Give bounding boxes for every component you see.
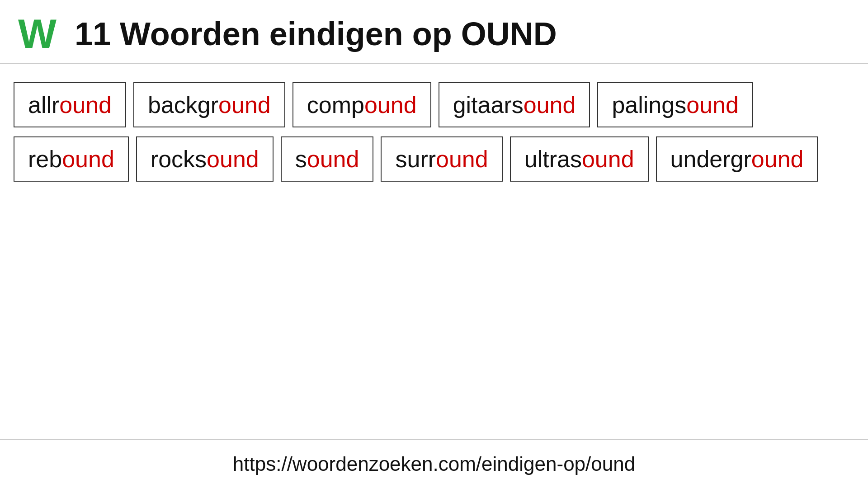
word-prefix: reb bbox=[28, 145, 62, 173]
word-prefix: ultras bbox=[524, 145, 582, 173]
word-box-0-0: allround bbox=[14, 82, 126, 127]
word-suffix: ound bbox=[686, 91, 739, 118]
word-box-1-3: surround bbox=[381, 136, 502, 182]
word-box-0-3: gitaarsound bbox=[439, 82, 590, 127]
page-footer: https://woordenzoeken.com/eindigen-op/ou… bbox=[0, 439, 868, 488]
footer-url: https://woordenzoeken.com/eindigen-op/ou… bbox=[13, 453, 855, 475]
word-suffix: ound bbox=[364, 91, 417, 118]
word-suffix: ound bbox=[751, 145, 804, 173]
word-suffix: ound bbox=[524, 91, 576, 118]
page-header: W 11 Woorden eindigen op OUND bbox=[0, 0, 868, 64]
page-title: 11 Woorden eindigen op OUND bbox=[75, 15, 557, 52]
word-prefix: s bbox=[295, 145, 307, 173]
word-box-1-2: sound bbox=[281, 136, 374, 182]
word-suffix: ound bbox=[436, 145, 488, 173]
word-box-1-1: rocksound bbox=[136, 136, 274, 182]
word-box-1-4: ultrasound bbox=[510, 136, 649, 182]
word-box-1-5: underground bbox=[656, 136, 818, 182]
word-suffix: ound bbox=[59, 91, 112, 118]
word-prefix: allr bbox=[28, 91, 59, 118]
word-box-0-1: background bbox=[133, 82, 285, 127]
word-row-1: reboundrocksoundsoundsurroundultrasoundu… bbox=[14, 136, 854, 182]
word-prefix: palings bbox=[612, 91, 686, 118]
word-suffix: ound bbox=[582, 145, 634, 173]
word-prefix: comp bbox=[307, 91, 364, 118]
word-box-1-0: rebound bbox=[14, 136, 129, 182]
word-prefix: surr bbox=[395, 145, 436, 173]
word-prefix: gitaars bbox=[453, 91, 524, 118]
word-row-0: allroundbackgroundcompoundgitaarsoundpal… bbox=[14, 82, 854, 127]
word-grid: allroundbackgroundcompoundgitaarsoundpal… bbox=[0, 64, 868, 439]
word-suffix: ound bbox=[62, 145, 114, 173]
word-prefix: rocks bbox=[151, 145, 207, 173]
word-prefix: backgr bbox=[148, 91, 218, 118]
logo: W bbox=[18, 14, 57, 54]
word-box-0-2: compound bbox=[292, 82, 431, 127]
word-prefix: undergr bbox=[670, 145, 751, 173]
word-box-0-4: palingsound bbox=[597, 82, 753, 127]
word-suffix: ound bbox=[218, 91, 271, 118]
word-suffix: ound bbox=[307, 145, 359, 173]
word-suffix: ound bbox=[207, 145, 259, 173]
